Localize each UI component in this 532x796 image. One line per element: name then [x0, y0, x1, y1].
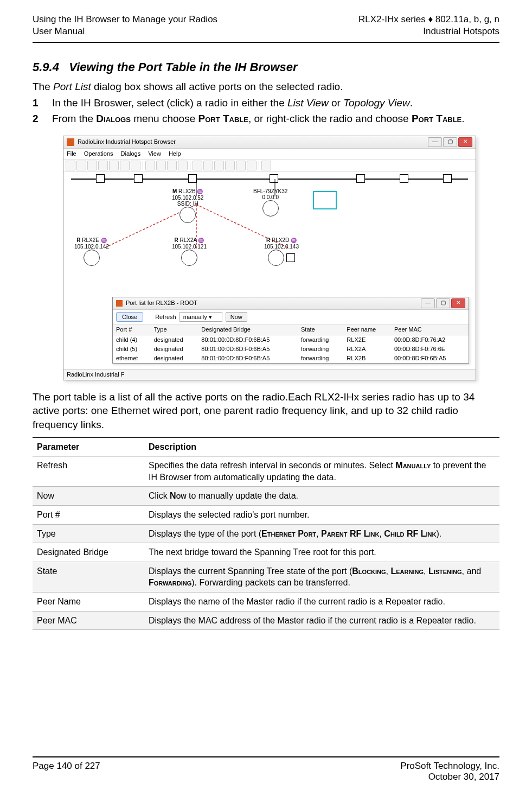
- node-repeater[interactable]: R RLX2E ♒ 105.102.0.142: [74, 237, 109, 266]
- window-titlebar: RadioLinx Industrial Hotspot Browser — ▢…: [63, 136, 476, 149]
- port-list-title: Port list for RLX2B - ROOT: [126, 299, 197, 307]
- desc-header: Description: [144, 437, 499, 456]
- footer-date: October 30, 2017: [400, 772, 499, 782]
- ih-browser-screenshot: RadioLinx Industrial Hotspot Browser — ▢…: [63, 136, 476, 380]
- after-image-paragraph: The port table is a list of all the acti…: [33, 390, 499, 432]
- col-port[interactable]: Port #: [113, 324, 151, 335]
- table-row: Peer Name Displays the name of the Maste…: [33, 592, 499, 611]
- table-row[interactable]: child (4) designated 80:01:00:0D:8D:F0:6…: [113, 335, 469, 345]
- toolbar: [63, 160, 476, 172]
- toolbar-icon[interactable]: [98, 161, 108, 170]
- toolbar-icon[interactable]: [178, 161, 188, 170]
- page-number: Page 140 of 227: [33, 761, 100, 782]
- table-row: Type Displays the type of the port (Ethe…: [33, 524, 499, 543]
- table-row[interactable]: ethernet designated 80:01:00:0D:8D:F0:6B…: [113, 354, 469, 363]
- node-repeater[interactable]: R RLX2D ♒ 105.102.0.143: [264, 237, 299, 266]
- node-master[interactable]: M RLX2B ♒ 105.102.0.52 SSID: IH: [172, 188, 203, 223]
- intro-paragraph: The Port List dialog box shows all activ…: [33, 80, 499, 94]
- col-state[interactable]: State: [298, 324, 343, 335]
- col-type[interactable]: Type: [151, 324, 198, 335]
- toolbar-icon[interactable]: [145, 161, 155, 170]
- selected-node-highlight: [313, 191, 337, 209]
- toolbar-icon[interactable]: [214, 161, 224, 170]
- col-peer-name[interactable]: Peer name: [343, 324, 391, 335]
- toolbar-icon[interactable]: [87, 161, 97, 170]
- section-number: 5.9.4: [33, 60, 59, 74]
- toolbar-icon[interactable]: [225, 161, 235, 170]
- toolbar-icon[interactable]: [236, 161, 246, 170]
- maximize-button[interactable]: ▢: [436, 298, 450, 308]
- minimize-button[interactable]: —: [421, 298, 435, 308]
- col-peer-mac[interactable]: Peer MAC: [391, 324, 469, 335]
- table-row: Designated Bridge The next bridge toward…: [33, 543, 499, 562]
- menu-file[interactable]: File: [67, 150, 76, 158]
- table-row[interactable]: child (5) designated 80:01:00:0D:8D:F0:6…: [113, 345, 469, 354]
- port-table: Port # Type Designated Bridge State Peer…: [113, 324, 469, 362]
- table-row: Port # Displays the selected radio's por…: [33, 506, 499, 525]
- table-row: Refresh Specifies the data refresh inter…: [33, 456, 499, 487]
- now-button[interactable]: Now: [226, 312, 247, 322]
- toolbar-icon[interactable]: [76, 161, 86, 170]
- toolbar-icon[interactable]: [167, 161, 177, 170]
- toolbar-icon[interactable]: [156, 161, 166, 170]
- refresh-select[interactable]: manually ▾: [180, 312, 222, 322]
- menu-help[interactable]: Help: [169, 150, 181, 158]
- port-list-window: Port list for RLX2B - ROOT — ▢ ✕ Close R…: [112, 297, 469, 364]
- col-bridge[interactable]: Designated Bridge: [198, 324, 298, 335]
- status-bar: RadioLinx Industrial F: [63, 369, 476, 380]
- node-repeater[interactable]: R RLX2A ♒ 105.102.0.121: [172, 237, 207, 266]
- topology-canvas: M RLX2B ♒ 105.102.0.52 SSID: IH BFL-79ZY…: [63, 172, 476, 297]
- step-number: 1: [33, 96, 52, 110]
- node-bfl[interactable]: BFL-79ZYK32 0.0.0.0: [253, 188, 287, 216]
- toolbar-separator: [190, 161, 190, 170]
- menu-operations[interactable]: Operations: [84, 150, 113, 158]
- maximize-button[interactable]: ▢: [443, 137, 457, 147]
- toolbar-separator: [259, 161, 259, 170]
- app-icon: [67, 138, 74, 146]
- table-row: Now Click Now to manually update the dat…: [33, 487, 499, 506]
- step-2: 2 From the Dialogs menu choose Port Tabl…: [33, 112, 499, 126]
- header-left-2: User Manual: [33, 26, 217, 37]
- step-number: 2: [33, 112, 52, 126]
- menu-bar: File Operations Dialogs View Help: [63, 149, 476, 160]
- parameter-table: Parameter Description Refresh Specifies …: [33, 437, 499, 631]
- toolbar-separator: [143, 161, 143, 170]
- help-icon[interactable]: [261, 161, 271, 170]
- header-right-2: Industrial Hotspots: [358, 26, 499, 37]
- toolbar-icon[interactable]: [66, 161, 75, 170]
- table-row: Peer MAC Displays the MAC address of the…: [33, 611, 499, 630]
- section-heading: Viewing the Port Table in the IH Browser: [69, 60, 297, 74]
- minimize-button[interactable]: —: [428, 137, 442, 147]
- header-right-1: RLX2-IHx series ♦ 802.11a, b, g, n: [358, 14, 499, 26]
- toolbar-icon[interactable]: [109, 161, 119, 170]
- toolbar-icon[interactable]: [193, 161, 202, 170]
- port-list-term: Port List: [53, 81, 91, 92]
- menu-dialogs[interactable]: Dialogs: [121, 150, 141, 158]
- table-row: State Displays the current Spanning Tree…: [33, 562, 499, 592]
- toolbar-icon[interactable]: [120, 161, 130, 170]
- step-1: 1 In the IH Broswer, select (click) a ra…: [33, 96, 499, 110]
- close-button[interactable]: ✕: [451, 298, 465, 308]
- header-left-1: Using the IH Browser to Manage your Radi…: [33, 14, 217, 26]
- close-button-inner[interactable]: Close: [116, 312, 143, 322]
- close-button[interactable]: ✕: [458, 137, 472, 147]
- toolbar-icon[interactable]: [203, 161, 213, 170]
- page-header: Using the IH Browser to Manage your Radi…: [33, 14, 499, 43]
- refresh-label: Refresh: [155, 313, 176, 321]
- window-title: RadioLinx Industrial Hotspot Browser: [78, 138, 176, 146]
- footer-company: ProSoft Technology, Inc.: [400, 761, 499, 772]
- toolbar-icon[interactable]: [131, 161, 140, 170]
- param-header: Parameter: [33, 437, 144, 456]
- section-title: 5.9.4 Viewing the Port Table in the IH B…: [33, 59, 499, 75]
- app-icon: [116, 300, 123, 307]
- page-footer: Page 140 of 227 ProSoft Technology, Inc.…: [33, 756, 499, 782]
- menu-view[interactable]: View: [148, 150, 161, 158]
- toolbar-icon[interactable]: [247, 161, 257, 170]
